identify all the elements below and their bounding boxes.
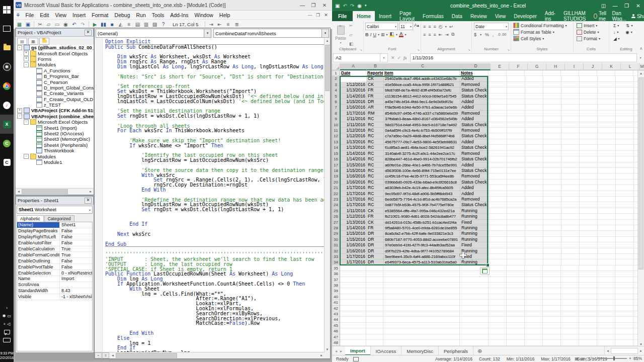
paste-icon[interactable]: ▭ — [53, 21, 61, 28]
cell[interactable] — [561, 87, 580, 93]
cell[interactable] — [615, 323, 633, 328]
cell[interactable] — [580, 145, 598, 150]
cell[interactable] — [580, 162, 598, 168]
comment-block-icon[interactable]: ≡ — [224, 21, 232, 28]
cell[interactable] — [543, 128, 561, 133]
cell[interactable]: Removed — [460, 173, 489, 179]
cell[interactable]: 5ee9bee4-35c9-4af4-a886-2169abcc110f — [384, 254, 460, 259]
find-select-button[interactable]: ◉ — [625, 30, 629, 35]
qat-touch-mode-icon[interactable]: ◉ — [357, 3, 362, 9]
cell[interactable] — [489, 317, 507, 322]
number-format-select[interactable]: Date▾ — [474, 23, 509, 30]
sort-filter-button[interactable]: ⇅ — [626, 23, 629, 28]
cell[interactable] — [489, 168, 507, 173]
cell[interactable]: 1/16/2016 — [341, 242, 367, 248]
cell[interactable] — [597, 328, 615, 334]
cell[interactable] — [561, 139, 580, 145]
cell[interactable]: 1/11/2016 — [341, 208, 367, 214]
property-row[interactable]: DisplayRightToLeftFalse — [17, 234, 92, 240]
cell[interactable] — [507, 311, 525, 317]
cell[interactable] — [507, 328, 525, 334]
cell[interactable] — [460, 323, 489, 328]
cell[interactable] — [561, 340, 579, 345]
ribbon-tab-home[interactable]: Home — [353, 11, 375, 21]
row-header-18[interactable]: 18 — [332, 168, 341, 173]
cell[interactable] — [598, 111, 616, 116]
cell[interactable] — [561, 294, 579, 300]
code-margin[interactable] — [95, 38, 103, 352]
orientation-button[interactable]: ◴ — [439, 24, 443, 29]
row-header-11[interactable]: 11 — [332, 128, 341, 133]
undo-icon[interactable]: ↶ — [70, 21, 78, 28]
cell[interactable] — [460, 317, 489, 322]
cell[interactable] — [616, 259, 634, 265]
column-header-C[interactable]: C — [384, 63, 461, 70]
row-header-34[interactable]: 34 — [332, 259, 341, 265]
cut-button[interactable]: ✂ — [349, 23, 353, 28]
chrome-icon[interactable] — [0, 76, 14, 96]
align-right-button[interactable]: ≡ — [434, 32, 436, 37]
cell[interactable] — [561, 283, 579, 288]
zoom-in-icon[interactable]: + — [629, 356, 631, 361]
cell[interactable] — [525, 145, 543, 150]
cell[interactable] — [579, 311, 597, 317]
cell[interactable]: 1/15/2016 — [341, 237, 367, 242]
excel-restore-button[interactable]: ❐ — [621, 3, 632, 9]
cell[interactable] — [543, 208, 561, 214]
column-header-B[interactable]: B — [367, 63, 384, 70]
cell[interactable] — [460, 311, 489, 317]
cell[interactable] — [561, 306, 579, 311]
tray-plus-icon[interactable]: + — [4, 322, 6, 326]
cell[interactable] — [507, 242, 525, 248]
cell[interactable]: 3140ab4f-3275-4c2f-a9c1-44e2ee2ce17c — [384, 151, 460, 156]
ribbon-tab-formulas[interactable]: Formulas — [419, 11, 448, 21]
row-header-26[interactable]: 26 — [332, 214, 341, 219]
cell[interactable] — [615, 283, 633, 288]
cell[interactable]: Running — [460, 231, 489, 236]
cell[interactable] — [525, 151, 543, 156]
cell[interactable] — [616, 145, 634, 150]
cell[interactable] — [489, 259, 507, 265]
code-line[interactable]: 'Notes: "Src" is short for "Source", "Ds… — [105, 74, 325, 79]
cell[interactable]: Removed — [460, 111, 489, 116]
page-break-view-icon[interactable]: ▢ — [586, 356, 590, 361]
cell[interactable] — [383, 334, 460, 340]
cell[interactable] — [615, 294, 633, 300]
comma-button[interactable]: , — [493, 32, 494, 37]
cell[interactable] — [525, 231, 543, 236]
font-color-button[interactable]: A — [399, 32, 404, 37]
vba-menu-format[interactable]: Format — [89, 12, 111, 18]
cell[interactable] — [460, 340, 489, 345]
cell[interactable] — [366, 334, 383, 340]
cell[interactable] — [383, 294, 460, 300]
row-header-7[interactable]: 7 — [332, 105, 341, 110]
ribbon-tab-data[interactable]: Data — [448, 11, 466, 21]
cell[interactable] — [561, 133, 580, 139]
cell[interactable] — [615, 271, 633, 277]
cell[interactable] — [489, 105, 507, 110]
cell[interactable]: Status Check — [460, 87, 489, 93]
cell[interactable] — [615, 334, 633, 340]
cell[interactable]: Notes — [460, 70, 489, 76]
tree-expander-icon[interactable]: - — [17, 45, 22, 50]
cell[interactable]: 1/14/2016 — [341, 156, 367, 162]
code-line[interactable]: Else — [105, 336, 325, 341]
cell[interactable] — [543, 111, 561, 116]
cell[interactable] — [616, 254, 634, 259]
cell[interactable] — [615, 277, 633, 283]
cell[interactable] — [597, 277, 615, 283]
cell[interactable] — [561, 82, 580, 87]
cell[interactable] — [507, 271, 525, 277]
cell[interactable] — [580, 82, 598, 87]
tree-item[interactable]: -VBAProject (combine_sheets_ — [16, 114, 94, 119]
code-line[interactable]: 'Loop through all sheets — [105, 124, 325, 129]
cell[interactable] — [366, 288, 383, 294]
code-line[interactable]: 'OUTPUT : Long, the last occupied row — [105, 262, 325, 267]
cell[interactable] — [383, 323, 460, 328]
cell[interactable]: Running — [460, 208, 489, 214]
cell[interactable] — [525, 185, 543, 191]
cell[interactable] — [598, 242, 616, 248]
cell[interactable]: Removed — [460, 151, 489, 156]
cell[interactable] — [525, 122, 543, 128]
row-header-39[interactable]: 39 — [332, 288, 340, 294]
